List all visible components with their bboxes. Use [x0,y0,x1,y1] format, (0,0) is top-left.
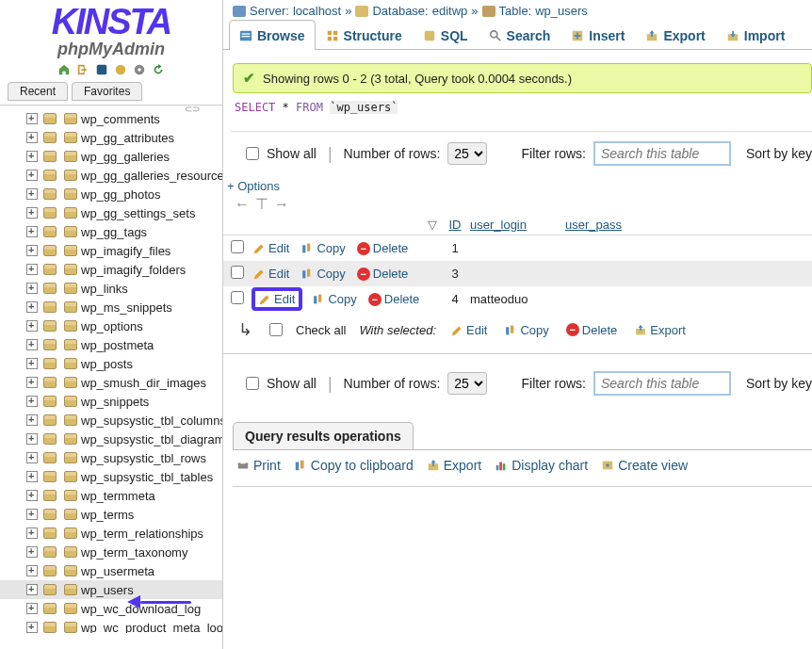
sidebar-table-wp_supsystic_tbl_rows[interactable]: wp_supsystic_tbl_rows [0,448,222,467]
expand-icon[interactable] [26,452,38,463]
expand-icon[interactable] [26,414,38,426]
expand-icon[interactable] [26,339,38,350]
sidebar-table-wp_gg_galleries_resources[interactable]: wp_gg_galleries_resources [0,166,222,185]
table-link[interactable]: wp_users [535,4,588,18]
col-login[interactable]: user_login [470,218,527,232]
show-all-checkbox[interactable] [246,147,259,160]
copy-button[interactable]: Copy [299,266,347,282]
expand-icon[interactable] [26,264,38,275]
bulk-delete[interactable]: −Delete [564,322,620,338]
nav-arrows[interactable]: ←⊤→ [223,195,812,213]
tab-export[interactable]: Export [635,20,715,49]
expand-icon[interactable] [26,471,38,482]
sidebar-table-wp_term_taxonomy[interactable]: wp_term_taxonomy [0,543,222,561]
edit-button[interactable]: Edit [252,266,291,282]
edit-button[interactable]: Edit [252,287,302,311]
sidebar-table-wp_snippets[interactable]: wp_snippets [0,392,222,411]
tab-structure[interactable]: Structure [316,20,413,49]
expand-icon[interactable] [26,283,38,294]
sidebar-table-wp_supsystic_tbl_tables[interactable]: wp_supsystic_tbl_tables [0,467,222,486]
row-checkbox[interactable] [231,240,244,253]
sidebar-table-wp_wc_download_log[interactable]: wp_wc_download_log [0,599,222,618]
tab-import[interactable]: Import [716,20,796,49]
sidebar-table-wp_gg_photos[interactable]: wp_gg_photos [0,185,222,203]
sidebar-table-wp_posts[interactable]: wp_posts [0,354,222,373]
sidebar-table-wp_term_relationships[interactable]: wp_term_relationships [0,524,222,543]
expand-icon[interactable] [26,546,38,558]
sidebar-table-wp_gg_settings_sets[interactable]: wp_gg_settings_sets [0,203,222,222]
sidebar-table-wp_terms[interactable]: wp_terms [0,505,222,524]
search-input-2[interactable] [593,371,731,396]
show-all-checkbox-2[interactable] [246,377,259,390]
num-rows-select-2[interactable]: 25 [447,372,487,395]
sidebar-table-wp_wc_product_meta_lookup[interactable]: wp_wc_product_meta_lookup [0,618,222,633]
bulk-copy[interactable]: Copy [502,322,550,338]
expand-icon[interactable] [26,207,38,219]
clipboard-link[interactable]: Copy to clipboard [294,458,414,473]
row-checkbox[interactable] [231,266,244,279]
sidebar-table-wp_termmeta[interactable]: wp_termmeta [0,486,222,505]
docs-icon[interactable] [114,63,127,76]
sidebar-table-wp_supsystic_tbl_diagrams[interactable]: wp_supsystic_tbl_diagrams [0,430,222,448]
reload-icon[interactable] [152,63,165,76]
expand-icon[interactable] [26,301,38,313]
expand-icon[interactable] [26,151,38,162]
print-link[interactable]: Print [236,458,281,473]
delete-button[interactable]: −Delete [355,240,411,256]
sidebar-table-wp_smush_dir_images[interactable]: wp_smush_dir_images [0,373,222,392]
expand-icon[interactable] [26,188,38,200]
bulk-edit[interactable]: Edit [449,322,489,338]
expand-icon[interactable] [26,245,38,256]
server-link[interactable]: localhost [293,4,341,18]
sql-icon[interactable] [95,63,108,76]
sidebar-table-wp_options[interactable]: wp_options [0,316,222,335]
tab-sql[interactable]: SQL [413,20,479,49]
sidebar-table-wp_imagify_folders[interactable]: wp_imagify_folders [0,260,222,279]
sidebar-table-wp_usermeta[interactable]: wp_usermeta [0,561,222,580]
expand-icon[interactable] [26,358,38,369]
expand-icon[interactable] [26,320,38,332]
delete-button[interactable]: −Delete [355,266,411,282]
delete-button[interactable]: −Delete [366,291,422,307]
sidebar-table-wp_gg_attributes[interactable]: wp_gg_attributes [0,128,222,147]
sidebar-table-wp_imagify_files[interactable]: wp_imagify_files [0,241,222,260]
edit-button[interactable]: Edit [252,240,291,256]
options-toggle[interactable]: + Options [227,179,280,193]
tab-browse[interactable]: Browse [229,20,316,49]
col-pass[interactable]: user_pass [565,218,622,232]
sidebar-table-wp_ms_snippets[interactable]: wp_ms_snippets [0,298,222,316]
expand-icon[interactable] [26,565,38,576]
expand-icon[interactable] [26,603,38,614]
expand-icon[interactable] [26,396,38,407]
expand-icon[interactable] [26,377,38,388]
home-icon[interactable] [57,63,71,76]
expand-icon[interactable] [26,433,38,445]
expand-icon[interactable] [26,132,38,143]
copy-button[interactable]: Copy [310,291,358,307]
expand-icon[interactable] [26,226,38,237]
expand-icon[interactable] [26,527,38,539]
search-input[interactable] [593,141,731,166]
expand-icon[interactable] [26,490,38,501]
tab-recent[interactable]: Recent [8,82,68,101]
sidebar-table-wp_links[interactable]: wp_links [0,279,222,298]
expand-icon[interactable] [26,113,38,124]
row-checkbox[interactable] [231,291,244,304]
db-link[interactable]: editwp [432,4,468,18]
sidebar-table-wp_postmeta[interactable]: wp_postmeta [0,335,222,354]
chart-link[interactable]: Display chart [495,458,588,473]
expand-icon[interactable] [26,584,38,595]
expand-icon[interactable] [26,622,38,633]
export-link[interactable]: Export [427,458,481,473]
bulk-export[interactable]: Export [632,322,688,338]
col-id[interactable]: ID [449,218,462,232]
tab-favorites[interactable]: Favorites [72,82,142,101]
check-all-checkbox[interactable] [269,323,283,336]
tab-insert[interactable]: Insert [560,20,635,49]
tab-search[interactable]: Search [479,20,561,49]
copy-button[interactable]: Copy [299,240,347,256]
sidebar-table-wp_supsystic_tbl_columns[interactable]: wp_supsystic_tbl_columns [0,411,222,430]
settings-icon[interactable] [133,63,146,76]
sidebar-table-wp_gg_galleries[interactable]: wp_gg_galleries [0,147,222,166]
expand-icon[interactable] [26,170,38,181]
